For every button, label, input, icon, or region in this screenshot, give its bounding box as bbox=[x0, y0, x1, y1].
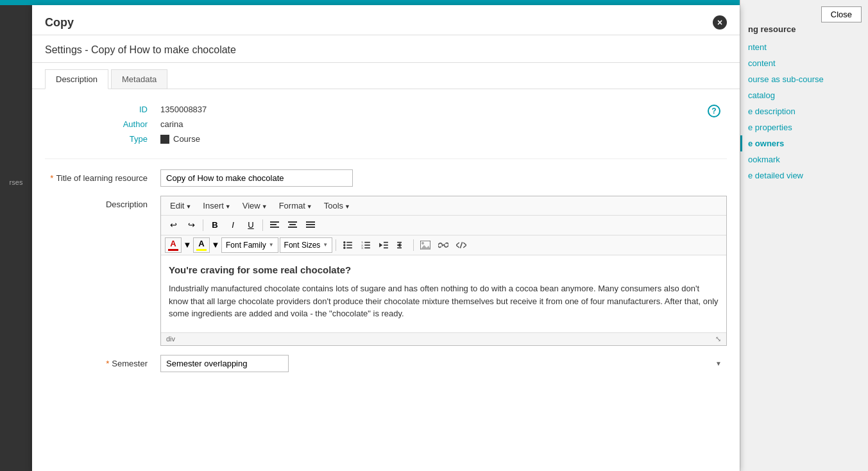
svg-rect-7 bbox=[306, 224, 315, 225]
close-button[interactable]: Close bbox=[821, 6, 862, 22]
modal-subtitle: Settings - Copy of How to make chocolate bbox=[32, 35, 740, 63]
svg-marker-31 bbox=[420, 245, 430, 250]
tab-metadata[interactable]: Metadata bbox=[111, 69, 167, 89]
sidebar-item-detailed-view[interactable]: e detailed view bbox=[740, 167, 868, 184]
rte-font-bg-dropdown-button[interactable]: ▼ bbox=[211, 237, 220, 253]
rte-footer-tag: div bbox=[166, 335, 175, 343]
svg-rect-26 bbox=[397, 241, 402, 243]
svg-rect-18 bbox=[365, 244, 371, 246]
rte-menu-edit[interactable]: Edit▼ bbox=[165, 199, 196, 212]
rte-container: Edit▼ Insert▼ View▼ Format▼ Tools▼ bbox=[160, 196, 727, 346]
rte-undo-button[interactable]: ↩ bbox=[165, 218, 182, 233]
sidebar-item-subcourse[interactable]: ourse as sub-course bbox=[740, 71, 868, 87]
modal-overlay: Copy × Settings - Copy of How to make ch… bbox=[32, 5, 740, 471]
rte-indent-button[interactable] bbox=[393, 237, 410, 253]
svg-point-13 bbox=[343, 246, 345, 248]
help-icon[interactable]: ? bbox=[708, 105, 720, 117]
rte-font-bg-button[interactable]: A bbox=[193, 237, 210, 253]
svg-rect-0 bbox=[270, 221, 279, 223]
rte-menu-tools[interactable]: Tools▼ bbox=[319, 199, 355, 212]
id-value: 1350008837 bbox=[160, 102, 727, 117]
left-sidebar-label: rses bbox=[0, 175, 32, 189]
rte-redo-button[interactable]: ↪ bbox=[183, 218, 200, 233]
type-value: Course bbox=[160, 132, 727, 148]
svg-rect-10 bbox=[347, 241, 353, 243]
rte-divider-2 bbox=[262, 219, 263, 231]
semester-form-row: *Semester Semester overlapping Spring Fa… bbox=[45, 355, 727, 372]
svg-line-33 bbox=[461, 242, 463, 248]
sidebar-item-description[interactable]: e description bbox=[740, 103, 868, 119]
semester-label: *Semester bbox=[45, 355, 160, 368]
rte-heading: You're craving for some real chocolate? bbox=[169, 263, 719, 278]
rte-code-button[interactable] bbox=[453, 237, 470, 253]
rte-font-sizes-button[interactable]: Font Sizes ▼ bbox=[280, 237, 333, 253]
svg-rect-16 bbox=[365, 241, 371, 243]
sidebar-item-content2[interactable]: content bbox=[740, 55, 868, 71]
rte-align-center-button[interactable] bbox=[284, 218, 301, 233]
title-input[interactable] bbox=[160, 169, 353, 187]
svg-rect-24 bbox=[384, 247, 388, 248]
semester-required-star: * bbox=[106, 359, 109, 368]
rte-align-left-button[interactable] bbox=[266, 218, 283, 233]
modal-title: Copy bbox=[45, 16, 74, 30]
svg-rect-28 bbox=[397, 247, 402, 248]
rte-toolbar-2: A ▼ A ▼ Font Family ▼ Font Sizes bbox=[161, 236, 726, 255]
rte-underline-button[interactable]: U bbox=[243, 218, 259, 233]
rte-italic-button[interactable]: I bbox=[225, 218, 241, 233]
author-value: carina bbox=[160, 117, 727, 132]
semester-select-wrapper: Semester overlapping Spring Fall Summer … bbox=[160, 355, 727, 372]
rte-align-justify-button[interactable] bbox=[302, 218, 319, 233]
right-sidebar: Close ng resource ntent content ourse as… bbox=[740, 0, 868, 471]
svg-text:3.: 3. bbox=[361, 246, 364, 249]
rte-menu-view[interactable]: View▼ bbox=[237, 199, 273, 212]
rte-divider-1 bbox=[203, 219, 203, 231]
modal-header: Copy × bbox=[32, 5, 740, 35]
rte-font-family-button[interactable]: Font Family ▼ bbox=[221, 237, 278, 253]
tabs-container: Description Metadata bbox=[32, 63, 740, 89]
rte-font-color-dropdown-button[interactable]: ▼ bbox=[183, 237, 192, 253]
svg-point-11 bbox=[343, 244, 345, 246]
svg-rect-27 bbox=[397, 244, 402, 246]
rte-font-color-button[interactable]: A bbox=[165, 237, 182, 253]
modal-close-button[interactable]: × bbox=[713, 15, 727, 30]
rte-image-button[interactable] bbox=[417, 237, 434, 253]
modal-content: ID 1350008837 Author carina Type Course … bbox=[32, 89, 740, 394]
svg-rect-6 bbox=[306, 221, 315, 223]
rte-bullet-list-button[interactable] bbox=[339, 237, 356, 253]
svg-rect-4 bbox=[289, 224, 296, 225]
rte-paragraph: Industrially manufactured chocolate cont… bbox=[169, 282, 719, 320]
description-form-row: Description Edit▼ Insert▼ View▼ Format▼ bbox=[45, 196, 727, 346]
tab-description[interactable]: Description bbox=[45, 69, 108, 89]
rte-menu-format[interactable]: Format▼ bbox=[274, 199, 318, 212]
sidebar-item-owners[interactable]: e owners bbox=[740, 135, 868, 151]
rte-numbered-list-button[interactable]: 1.2.3. bbox=[357, 237, 374, 253]
svg-rect-8 bbox=[306, 227, 315, 228]
rte-divider-4 bbox=[413, 239, 414, 251]
svg-rect-22 bbox=[384, 241, 388, 243]
title-required-star: * bbox=[50, 173, 53, 183]
sidebar-item-content[interactable]: ntent bbox=[740, 39, 868, 55]
rte-menubar: Edit▼ Insert▼ View▼ Format▼ Tools▼ bbox=[161, 196, 726, 216]
rte-resize-handle[interactable]: ⤡ bbox=[715, 335, 721, 343]
rte-bold-button[interactable]: B bbox=[207, 218, 223, 233]
svg-rect-20 bbox=[365, 247, 371, 248]
sidebar-item-catalog[interactable]: catalog bbox=[740, 87, 868, 103]
author-label: Author bbox=[45, 117, 160, 132]
rte-body[interactable]: You're craving for some real chocolate? … bbox=[161, 255, 726, 332]
sidebar-item-properties[interactable]: e properties bbox=[740, 119, 868, 135]
svg-rect-5 bbox=[288, 227, 297, 228]
rte-outdent-button[interactable] bbox=[375, 237, 392, 253]
svg-marker-21 bbox=[379, 243, 382, 247]
rte-link-button[interactable] bbox=[435, 237, 452, 253]
type-icon bbox=[160, 135, 169, 144]
svg-rect-23 bbox=[384, 244, 388, 246]
sidebar-item-bookmark[interactable]: ookmark bbox=[740, 151, 868, 167]
semester-select-arrow: ▼ bbox=[715, 360, 722, 367]
type-text: Course bbox=[173, 134, 200, 144]
type-label: Type bbox=[45, 132, 160, 148]
semester-select[interactable]: Semester overlapping Spring Fall Summer bbox=[160, 355, 289, 372]
svg-rect-1 bbox=[270, 224, 277, 225]
rte-menu-insert[interactable]: Insert▼ bbox=[198, 199, 235, 212]
svg-rect-12 bbox=[347, 244, 353, 246]
description-label: Description bbox=[45, 196, 160, 209]
